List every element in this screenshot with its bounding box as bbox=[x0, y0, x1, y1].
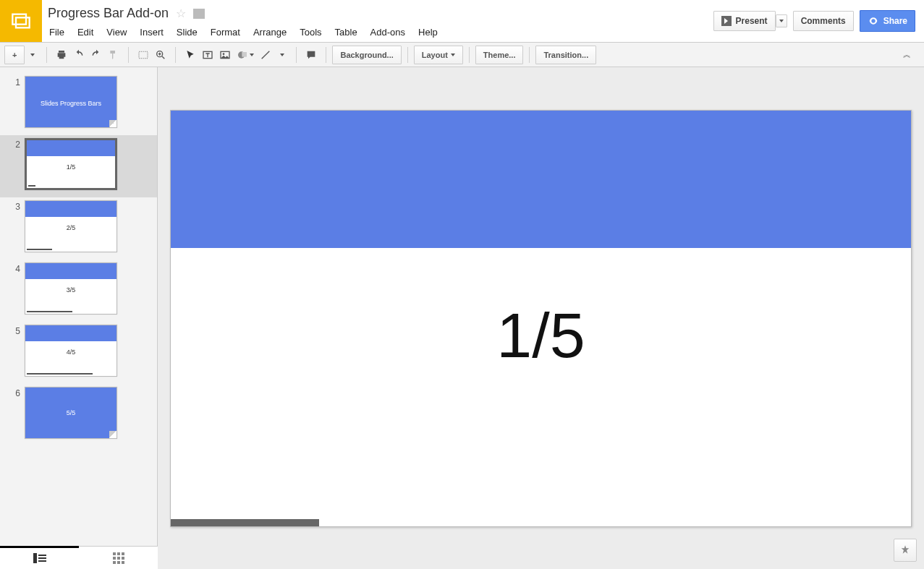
menu-edit[interactable]: Edit bbox=[77, 27, 93, 38]
thumb-row-5[interactable]: 54/5 bbox=[0, 322, 157, 384]
thumb-number: 6 bbox=[7, 387, 20, 398]
play-icon bbox=[721, 16, 732, 26]
grid-view-button[interactable] bbox=[79, 547, 158, 569]
menu-table[interactable]: Table bbox=[335, 27, 357, 38]
zoom-button[interactable] bbox=[152, 46, 169, 64]
thumb-3[interactable]: 2/5 bbox=[25, 200, 117, 252]
menu-format[interactable]: Format bbox=[211, 27, 240, 38]
svg-rect-9 bbox=[33, 553, 37, 563]
theme-button[interactable]: Theme... bbox=[475, 46, 524, 64]
menu-slide[interactable]: Slide bbox=[177, 27, 198, 38]
thumb-label: 3/5 bbox=[25, 286, 116, 294]
thumb-row-3[interactable]: 32/5 bbox=[0, 197, 157, 260]
slides-logo[interactable] bbox=[0, 0, 42, 42]
image-tool[interactable] bbox=[216, 46, 234, 64]
svg-rect-12 bbox=[38, 560, 46, 562]
thumb-progress-bar bbox=[28, 185, 35, 187]
print-button[interactable] bbox=[53, 46, 70, 64]
svg-rect-17 bbox=[117, 557, 120, 560]
thumb-label: 4/5 bbox=[25, 348, 116, 356]
collapse-toolbar-icon[interactable]: ︽ bbox=[903, 49, 911, 60]
thumb-row-4[interactable]: 43/5 bbox=[0, 260, 157, 322]
thumb-progress-bar bbox=[27, 311, 72, 312]
slide-text[interactable]: 1/5 bbox=[171, 299, 911, 372]
doc-title[interactable]: Progress Bar Add-on bbox=[48, 6, 169, 21]
thumb-1[interactable]: Slides Progress Bars bbox=[25, 76, 117, 128]
thumb-label: 2/5 bbox=[25, 224, 116, 231]
thumb-row-6[interactable]: 65/5 bbox=[0, 384, 157, 446]
svg-rect-2 bbox=[139, 51, 148, 58]
slide-progress-bar[interactable] bbox=[171, 519, 319, 526]
svg-rect-10 bbox=[38, 555, 46, 556]
select-tool[interactable] bbox=[182, 46, 199, 64]
comment-tool[interactable] bbox=[302, 46, 320, 64]
explore-button[interactable] bbox=[894, 539, 917, 562]
svg-rect-21 bbox=[122, 561, 124, 564]
textbox-tool[interactable] bbox=[199, 46, 216, 64]
line-tool[interactable] bbox=[257, 46, 274, 64]
slide-canvas[interactable]: 1/5 bbox=[170, 110, 912, 527]
svg-rect-8 bbox=[242, 52, 247, 57]
svg-point-6 bbox=[223, 53, 225, 55]
thumb-row-1[interactable]: 1Slides Progress Bars bbox=[0, 73, 157, 135]
redo-button[interactable] bbox=[88, 46, 105, 64]
thumb-title-label: 5/5 bbox=[25, 409, 116, 416]
new-slide-button[interactable]: + bbox=[4, 46, 25, 64]
thumb-5[interactable]: 4/5 bbox=[25, 325, 117, 377]
slide-panel[interactable]: 1Slides Progress Bars21/532/543/554/565/… bbox=[0, 67, 158, 569]
present-dropdown[interactable] bbox=[776, 14, 787, 27]
thumb-number: 5 bbox=[7, 325, 20, 336]
svg-rect-20 bbox=[117, 561, 120, 564]
share-label: Share bbox=[883, 16, 907, 26]
comments-button[interactable]: Comments bbox=[793, 11, 854, 31]
share-button[interactable]: Share bbox=[860, 10, 915, 32]
menu-tools[interactable]: Tools bbox=[300, 27, 321, 38]
svg-rect-16 bbox=[113, 557, 116, 560]
thumb-progress-bar bbox=[27, 249, 52, 250]
fit-button[interactable] bbox=[135, 46, 152, 64]
layout-label: Layout bbox=[422, 51, 448, 59]
background-button[interactable]: Background... bbox=[332, 46, 401, 64]
menu-add-ons[interactable]: Add-ons bbox=[370, 27, 405, 38]
svg-rect-0 bbox=[12, 14, 26, 25]
star-icon[interactable]: ☆ bbox=[176, 7, 186, 20]
svg-rect-11 bbox=[38, 557, 46, 559]
svg-rect-18 bbox=[122, 557, 124, 560]
undo-button[interactable] bbox=[70, 46, 88, 64]
line-dropdown[interactable] bbox=[274, 46, 290, 64]
svg-rect-14 bbox=[117, 552, 120, 555]
thumb-row-2[interactable]: 21/5 bbox=[0, 135, 157, 197]
svg-rect-15 bbox=[122, 552, 124, 555]
folder-icon[interactable] bbox=[193, 9, 205, 19]
menu-help[interactable]: Help bbox=[418, 27, 438, 38]
layout-button[interactable]: Layout bbox=[414, 46, 463, 64]
thumb-title-label: Slides Progress Bars bbox=[25, 100, 116, 107]
thumb-progress-bar bbox=[27, 373, 93, 375]
svg-rect-19 bbox=[113, 561, 116, 564]
present-label: Present bbox=[736, 16, 768, 26]
thumb-number: 1 bbox=[7, 76, 20, 87]
menu-file[interactable]: File bbox=[49, 27, 64, 38]
shape-tool[interactable] bbox=[234, 46, 257, 64]
paint-format-button[interactable] bbox=[105, 46, 122, 64]
filmstrip-view-button[interactable] bbox=[0, 546, 79, 568]
thumb-number: 4 bbox=[7, 262, 20, 274]
svg-rect-13 bbox=[113, 552, 116, 555]
menu-insert[interactable]: Insert bbox=[140, 27, 164, 38]
thumb-2[interactable]: 1/5 bbox=[25, 138, 117, 190]
thumb-4[interactable]: 3/5 bbox=[25, 262, 117, 315]
transition-button[interactable]: Transition... bbox=[535, 46, 596, 64]
menu-view[interactable]: View bbox=[106, 27, 127, 38]
thumb-label: 1/5 bbox=[27, 163, 115, 171]
present-button[interactable]: Present bbox=[713, 11, 776, 31]
canvas-area[interactable]: 1/5 bbox=[158, 67, 924, 569]
thumb-6[interactable]: 5/5 bbox=[25, 387, 117, 439]
slide-header-shape[interactable] bbox=[171, 111, 911, 248]
new-slide-dropdown[interactable] bbox=[25, 46, 41, 64]
thumb-number: 3 bbox=[7, 200, 20, 212]
thumb-number: 2 bbox=[7, 138, 20, 150]
share-icon bbox=[868, 15, 879, 27]
menu-arrange[interactable]: Arrange bbox=[253, 27, 287, 38]
svg-rect-1 bbox=[16, 17, 30, 27]
